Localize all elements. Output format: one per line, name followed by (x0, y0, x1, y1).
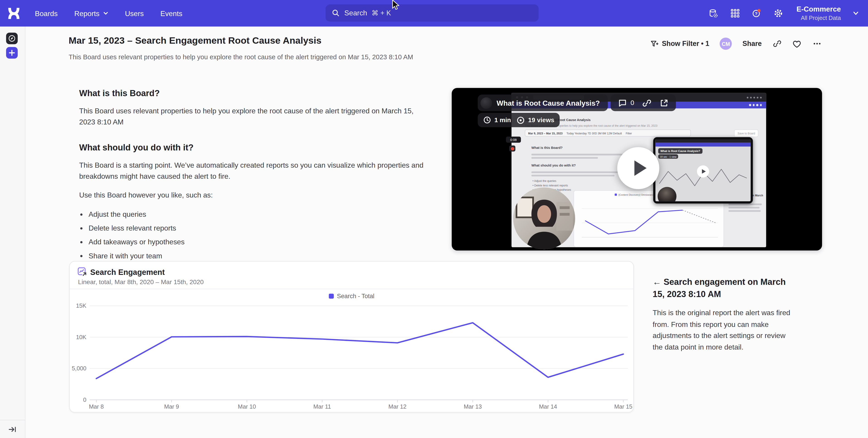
presenter-webcam-circle (513, 188, 575, 249)
nested-video-frame: What is Root Cause Analysis? 18 sec · 1 … (653, 137, 753, 203)
plus-icon (9, 50, 15, 56)
mouse-cursor (391, 0, 401, 11)
video-author-avatar (480, 97, 492, 109)
more-options-button[interactable] (812, 39, 822, 48)
mini-chart-line (574, 199, 724, 247)
section-heading: What is this Board? (79, 89, 423, 98)
svg-text:Mar 14: Mar 14 (539, 403, 557, 410)
video-title-pill: What is Root Cause Analysis? (478, 95, 608, 111)
mini-date-range: Mar 9, 2023 – Mar 15, 2023 (528, 131, 562, 135)
picture-frame (517, 198, 533, 217)
top-nav-bar: Boards Reports Users Events Search ⌘ + K (0, 0, 868, 27)
nav-item-label: Users (125, 9, 144, 18)
svg-text:?: ? (755, 11, 757, 16)
comments-button[interactable]: 0 (618, 98, 634, 108)
play-icon (634, 160, 646, 176)
discover-compass-button[interactable] (6, 33, 18, 44)
nav-item-events[interactable]: Events (160, 9, 182, 18)
nested-play-button[interactable] (697, 165, 709, 178)
primary-nav: Boards Reports Users Events (35, 0, 182, 27)
record-stop-button[interactable] (509, 145, 515, 151)
aside-note: ← Search engagement on March 15, 2023 8:… (653, 276, 797, 353)
video-actions-pill: 0 (611, 95, 676, 111)
chevron-down-icon (103, 10, 108, 16)
link-icon (772, 39, 781, 48)
help-icon[interactable]: ? (751, 8, 762, 18)
section-paragraph: This Board uses relevant properties to h… (79, 106, 423, 128)
nested-video-title: What is Root Cause Analysis? (658, 148, 703, 154)
video-views: 19 views (528, 117, 555, 123)
project-scope: All Project Data (801, 14, 841, 21)
external-link-icon (659, 98, 669, 108)
board-text-content: What is this Board? This Board uses rele… (79, 89, 423, 265)
settings-gear-icon[interactable] (773, 8, 783, 18)
video-duration: 1 min (494, 117, 511, 123)
svg-text:15K: 15K (76, 302, 87, 309)
project-name: E-Commerce (797, 5, 841, 14)
section-heading: What should you do with it? (79, 143, 423, 153)
shoulders (526, 232, 562, 249)
project-selector[interactable]: E-Commerce All Project Data (797, 5, 841, 22)
nav-item-users[interactable]: Users (125, 9, 144, 18)
list-item: Adjust the queries (89, 209, 424, 219)
search-placeholder: Search (344, 9, 367, 17)
search-input[interactable]: Search ⌘ + K (326, 4, 539, 22)
mini-filter-label: Filter (626, 131, 632, 135)
app-canvas: Boards Reports Users Events Search ⌘ + K (0, 0, 868, 438)
nested-video-stats: 18 sec · 1 view (658, 154, 678, 159)
project-chevron-down-icon[interactable] (852, 10, 859, 16)
comment-count: 0 (630, 99, 634, 107)
create-new-button[interactable] (6, 47, 18, 59)
svg-text:Mar 8: Mar 8 (89, 403, 104, 410)
svg-text:Mar 13: Mar 13 (464, 403, 482, 410)
aside-title: ← Search engagement on March 15, 2023 8:… (653, 276, 797, 300)
svg-text:Mar 9: Mar 9 (164, 403, 179, 410)
list-item: Delete less relevant reports (89, 223, 424, 233)
mini-date-presets: Today Yesterday 7D 30D 3M 6M 12M Default (566, 131, 622, 135)
mini-section-heading: What should you do with it? (531, 164, 576, 167)
share-button[interactable]: Share (743, 40, 762, 47)
video-stats-pill: 1 min 19 views (478, 113, 560, 127)
nav-item-reports[interactable]: Reports (74, 9, 108, 18)
play-button[interactable] (617, 147, 659, 189)
svg-text:Mar 15: Mar 15 (614, 403, 632, 410)
nav-item-label: Reports (74, 9, 99, 18)
mini-section-heading: What is this Board? (531, 146, 563, 149)
board-title[interactable]: Mar 15, 2023 – Search Engagement Root Ca… (69, 35, 321, 46)
svg-text:Mar 10: Mar 10 (238, 403, 256, 410)
svg-text:10K: 10K (76, 334, 87, 340)
heart-icon (792, 39, 802, 48)
video-player-card[interactable]: Search Engagement Root Cause Analysis Th… (452, 88, 822, 251)
mini-list-item: Adjust the queries (532, 179, 556, 182)
user-avatar[interactable]: CM (720, 38, 732, 50)
nav-right-cluster: ? E-Commerce All Project Data (709, 0, 859, 27)
video-copy-link-button[interactable] (642, 98, 651, 108)
apps-grid-icon[interactable] (730, 8, 740, 18)
face (537, 205, 551, 223)
expand-sidebar-button[interactable] (0, 420, 25, 438)
svg-text:Mar 11: Mar 11 (313, 403, 331, 410)
mini-save-to-board: Save to Board (734, 129, 758, 137)
nav-item-label: Boards (35, 9, 58, 18)
copy-link-button[interactable] (772, 39, 782, 48)
board-subtitle: This Board uses relevant properties to h… (69, 53, 413, 61)
comment-icon (618, 98, 627, 108)
nav-item-boards[interactable]: Boards (35, 9, 58, 18)
search-shortcut: ⌘ + K (371, 9, 391, 17)
favorite-button[interactable] (792, 39, 802, 48)
suggestions-list: Adjust the queries Delete less relevant … (79, 209, 423, 261)
compass-icon (8, 35, 16, 42)
show-filter-button[interactable]: Show Filter • 1 (650, 40, 709, 48)
svg-text:Mar 12: Mar 12 (389, 403, 407, 410)
search-icon (332, 9, 340, 17)
line-chart-plot[interactable]: 05,00010K15KMar 8Mar 9Mar 10Mar 11Mar 12… (70, 262, 634, 413)
ellipsis-icon (812, 39, 821, 48)
mixpanel-logo-icon[interactable] (6, 6, 21, 21)
nav-item-label: Events (160, 9, 182, 18)
left-rail (0, 27, 25, 438)
mini-list-item: Delete less relevant reports (532, 184, 568, 187)
list-item: Add takeaways or hypotheses (89, 237, 424, 247)
open-external-button[interactable] (659, 98, 669, 108)
data-management-icon[interactable] (709, 8, 718, 18)
link-icon (642, 98, 651, 108)
